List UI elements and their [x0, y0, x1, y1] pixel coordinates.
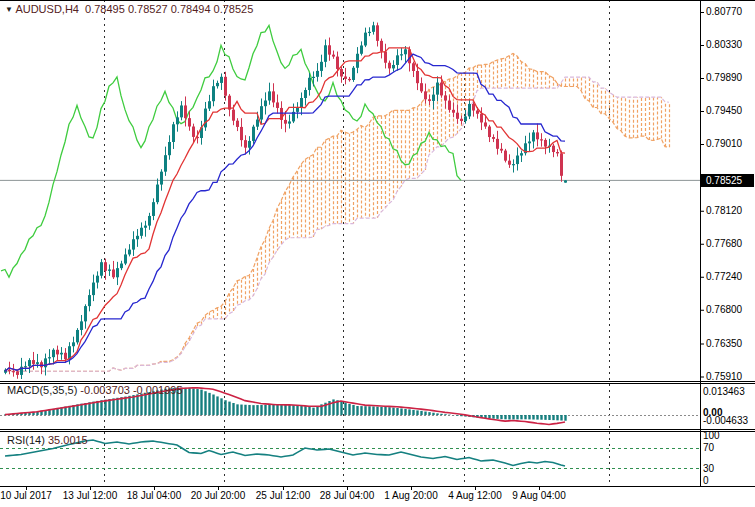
- price-axis-label: 0.77680: [706, 239, 742, 249]
- price-axis-label: 0.80330: [706, 40, 742, 50]
- time-axis-label: 18 Jul 04:00: [127, 490, 182, 501]
- symbol-timeframe-label: AUDUSD,H4: [15, 3, 79, 15]
- current-price-tag: 0.78525: [701, 174, 754, 187]
- ohlc-close: 0.78525: [214, 3, 254, 15]
- price-axis-label: 0.76800: [706, 305, 742, 315]
- ohlc-low: 0.78494: [171, 3, 211, 15]
- ohlc-high: 0.78527: [128, 3, 168, 15]
- time-axis-label: 13 Jul 12:00: [63, 490, 118, 501]
- price-axis-label: 0.75910: [706, 372, 742, 382]
- rsi-axis-label: 0: [703, 476, 709, 486]
- price-axis-label: 0.79890: [706, 73, 742, 83]
- rsi-value: 35.0015: [48, 434, 88, 446]
- chart-canvas[interactable]: [0, 0, 755, 507]
- macd-axis-label: 0.013463: [703, 387, 745, 397]
- time-axis-label: 25 Jul 12:00: [256, 490, 311, 501]
- ohlc-open: 0.78495: [85, 3, 125, 15]
- time-axis-label: 9 Aug 04:00: [512, 490, 565, 501]
- symbol-dropdown-icon: ▼: [5, 5, 13, 14]
- macd-indicator-label: MACD(5,35,5) -0.003703 -0.001995: [7, 384, 183, 396]
- time-axis-label: 1 Aug 20:00: [384, 490, 437, 501]
- price-axis-label: 0.79010: [706, 139, 742, 149]
- price-axis-label: 0.79450: [706, 106, 742, 116]
- chart-title: ▼ AUDUSD,H4 0.78495 0.78527 0.78494 0.78…: [5, 3, 253, 15]
- mt4-chart-window: ▼ AUDUSD,H4 0.78495 0.78527 0.78494 0.78…: [0, 0, 755, 507]
- time-axis-label: 4 Aug 12:00: [448, 490, 501, 501]
- price-axis-label: 0.78120: [706, 206, 742, 216]
- rsi-axis-label: 30: [703, 464, 714, 474]
- macd-axis-label: -0.004633: [703, 416, 748, 426]
- rsi-axis-label: 100: [703, 431, 720, 441]
- time-axis-label: 20 Jul 20:00: [191, 490, 246, 501]
- rsi-axis-label: 70: [703, 443, 714, 453]
- time-axis-label: 28 Jul 04:00: [320, 490, 375, 501]
- price-axis-label: 0.80770: [706, 7, 742, 17]
- macd-values: -0.003703 -0.001995: [80, 384, 182, 396]
- price-axis-label: 0.76350: [706, 339, 742, 349]
- time-axis-label: 10 Jul 2017: [0, 490, 52, 501]
- price-axis-label: 0.77240: [706, 272, 742, 282]
- rsi-indicator-label: RSI(14) 35.0015: [7, 434, 88, 446]
